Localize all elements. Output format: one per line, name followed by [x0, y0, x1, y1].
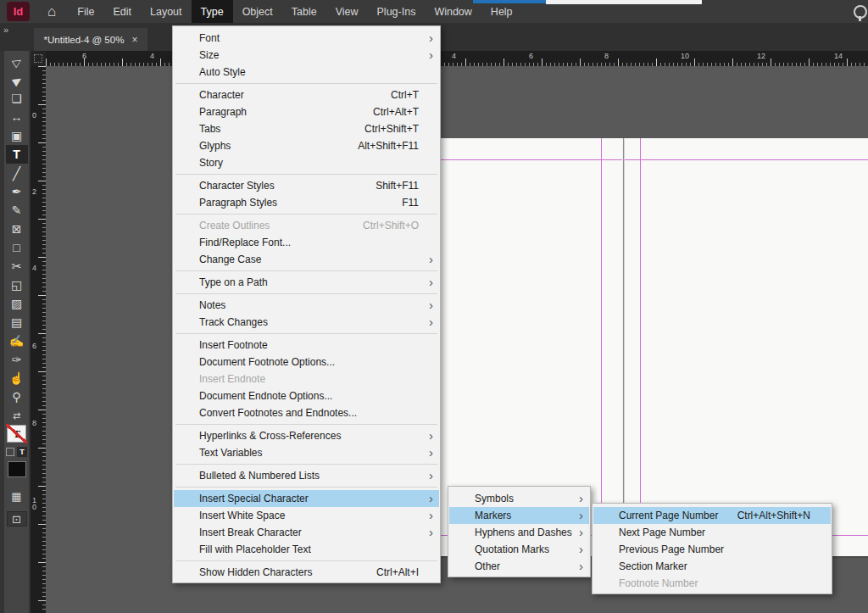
swap-fill-stroke-icon[interactable]: ⇄ — [7, 410, 27, 421]
menu-item-insert-white-space[interactable]: Insert White Space› — [174, 507, 439, 524]
menu-item-insert-break-character[interactable]: Insert Break Character› — [174, 524, 439, 541]
gap-tool[interactable]: ↔ — [6, 108, 28, 126]
menu-item-tabs[interactable]: TabsCtrl+Shift+T — [174, 120, 439, 137]
home-icon[interactable]: ⌂ — [47, 4, 56, 19]
expand-panels-icon[interactable]: » — [3, 25, 8, 35]
menubar-item-plug-ins[interactable]: Plug-Ins — [368, 0, 426, 23]
formatting-affects-container-icon[interactable] — [6, 448, 14, 456]
menu-item-quotation-marks[interactable]: Quotation Marks› — [449, 541, 589, 558]
menu-item-document-footnote-options[interactable]: Document Footnote Options... — [174, 354, 439, 371]
pen-tool[interactable]: ✒ — [6, 182, 28, 201]
horizontal-ruler[interactable]: 64468101214 — [46, 51, 868, 66]
scissors-tool[interactable]: ✂ — [6, 257, 28, 276]
menu-separator — [175, 487, 437, 488]
menu-item-create-outlines: Create OutlinesCtrl+Shift+O — [174, 217, 439, 234]
menubar-item-help[interactable]: Help — [481, 0, 522, 23]
formatting-affects-text-icon[interactable]: T — [17, 447, 27, 457]
menu-item-label: Character Styles — [199, 180, 275, 192]
menubar-item-layout[interactable]: Layout — [141, 0, 192, 23]
normal-view-mode-button[interactable]: ⊡ — [7, 511, 27, 527]
menubar-item-edit[interactable]: Edit — [103, 0, 141, 23]
gradient-swatch-tool[interactable]: ▨ — [6, 294, 28, 313]
menu-item-convert-footnotes-and-endnotes[interactable]: Convert Footnotes and Endnotes... — [174, 404, 439, 421]
page-right[interactable] — [625, 138, 868, 556]
menu-item-paragraph-styles[interactable]: Paragraph StylesF11 — [174, 194, 439, 211]
menu-item-document-endnote-options[interactable]: Document Endnote Options... — [174, 387, 439, 404]
menu-item-next-page-number[interactable]: Next Page Number — [593, 524, 831, 541]
eyedropper-tool[interactable]: ✑ — [6, 350, 28, 369]
submenu-arrow-icon: › — [429, 315, 433, 329]
menu-item-font[interactable]: Font› — [174, 30, 439, 47]
menu-item-fill-with-placeholder-text[interactable]: Fill with Placeholder Text — [174, 541, 439, 558]
menu-item-symbols[interactable]: Symbols› — [449, 490, 589, 507]
note-tool[interactable]: ✍ — [6, 332, 28, 350]
menu-item-change-case[interactable]: Change Case› — [174, 251, 439, 268]
menu-item-shortcut: Ctrl+Alt+Shift+N — [737, 510, 824, 521]
menu-item-hyphens-and-dashes[interactable]: Hyphens and Dashes› — [449, 524, 589, 541]
screen-mode-button[interactable]: ▦ — [8, 489, 26, 503]
submenu-arrow-icon: › — [429, 445, 433, 460]
apply-color-button[interactable] — [8, 461, 26, 477]
zoom-tool[interactable]: ⚲ — [6, 387, 28, 406]
menu-item-label: Markers — [475, 510, 511, 521]
menu-item-other[interactable]: Other› — [449, 558, 589, 575]
menu-item-paragraph[interactable]: ParagraphCtrl+Alt+T — [174, 103, 439, 120]
menu-item-text-variables[interactable]: Text Variables› — [174, 444, 439, 461]
menu-item-bulleted-numbered-lists[interactable]: Bulleted & Numbered Lists› — [174, 467, 439, 484]
ruler-label: 6 — [82, 52, 86, 60]
menubar-item-object[interactable]: Object — [233, 0, 282, 23]
menu-item-type-on-a-path[interactable]: Type on a Path› — [174, 274, 439, 291]
menu-item-find-replace-font[interactable]: Find/Replace Font... — [174, 234, 439, 251]
menubar-item-view[interactable]: View — [326, 0, 368, 23]
gradient-feather-tool[interactable]: ▤ — [6, 313, 28, 332]
menubar-item-file[interactable]: File — [68, 0, 103, 23]
rectangle-tool[interactable]: □ — [6, 238, 28, 257]
vertical-ruler[interactable]: 0246810 — [31, 66, 46, 613]
menu-item-insert-special-character[interactable]: Insert Special Character› — [174, 490, 439, 507]
direct-selection-tool[interactable]: ▶ — [6, 70, 28, 89]
menu-item-glyphs[interactable]: GlyphsAlt+Shift+F11 — [174, 137, 439, 154]
fill-stroke-indicator[interactable]: T — [7, 425, 26, 443]
menu-item-character-styles[interactable]: Character StylesShift+F11 — [174, 177, 439, 194]
menu-item-insert-footnote[interactable]: Insert Footnote — [174, 337, 439, 354]
menu-item-size[interactable]: Size› — [174, 47, 439, 64]
submenu-arrow-icon: › — [579, 542, 583, 556]
menu-item-shortcut: Ctrl+T — [391, 89, 432, 101]
close-tab-icon[interactable]: × — [131, 34, 137, 46]
menu-item-shortcut: Ctrl+Shift+O — [363, 220, 432, 231]
ruler-label: 6 — [32, 343, 38, 349]
menu-item-track-changes[interactable]: Track Changes› — [174, 314, 439, 331]
menu-item-label: Section Marker — [619, 560, 687, 572]
submenu-arrow-icon: › — [579, 525, 583, 539]
menu-item-notes[interactable]: Notes› — [174, 297, 439, 314]
line-tool[interactable]: ╱ — [6, 164, 28, 182]
menubar-item-table[interactable]: Table — [282, 0, 326, 23]
menu-item-label: Insert Endnote — [199, 373, 265, 385]
menu-item-hyperlinks-cross-references[interactable]: Hyperlinks & Cross-References› — [174, 427, 439, 444]
menu-item-label: Tabs — [199, 123, 220, 135]
selection-tool[interactable]: ▷ — [6, 52, 28, 70]
menu-item-shortcut: F11 — [402, 197, 432, 209]
page-tool[interactable]: ❏ — [6, 89, 28, 108]
document-tab[interactable]: *Untitled-4 @ 50% × — [34, 28, 147, 51]
search-icon[interactable] — [854, 5, 867, 19]
menu-item-story[interactable]: Story — [174, 154, 439, 171]
frame-tool[interactable]: ⊠ — [6, 220, 28, 238]
menu-item-auto-style[interactable]: Auto Style — [174, 64, 439, 81]
menu-item-label: Quotation Marks — [475, 543, 549, 555]
hand-tool[interactable]: ☝ — [6, 369, 28, 387]
ruler-origin[interactable] — [31, 51, 46, 66]
content-collector-tool[interactable]: ▣ — [6, 126, 28, 145]
menu-item-show-hidden-characters[interactable]: Show Hidden CharactersCtrl+Alt+I — [174, 564, 439, 581]
menu-item-character[interactable]: CharacterCtrl+T — [174, 86, 439, 103]
free-transform-tool[interactable]: ◱ — [6, 276, 28, 294]
menu-item-current-page-number[interactable]: Current Page NumberCtrl+Alt+Shift+N — [593, 507, 831, 524]
menubar-item-type[interactable]: Type — [192, 0, 233, 23]
menubar-item-window[interactable]: Window — [425, 0, 481, 23]
pencil-tool[interactable]: ✎ — [6, 201, 28, 220]
menu-item-section-marker[interactable]: Section Marker — [593, 558, 831, 575]
menu-item-label: Convert Footnotes and Endnotes... — [199, 407, 357, 419]
menu-item-previous-page-number[interactable]: Previous Page Number — [593, 541, 831, 558]
menu-item-markers[interactable]: Markers› — [449, 507, 589, 524]
type-tool[interactable]: T — [6, 145, 28, 164]
